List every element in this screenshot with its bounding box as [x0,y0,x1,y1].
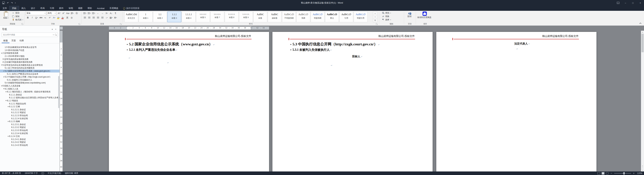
collapse-icon[interactable]: ▼ [7,106,9,108]
vertical-scrollbar[interactable]: ▴ ▴ • ▾ [641,31,644,172]
ribbon-display-options-button[interactable]: ▾ [614,0,622,6]
nav-item[interactable]: 1.5 职业健康安全管理体系认证证书 [0,46,60,49]
collapse-icon[interactable]: ▼ [1,52,2,54]
tab-百度网盘[interactable]: 百度网盘 [107,6,121,11]
format-painter-button[interactable]: 格式刷▾ [12,18,24,22]
nav-item[interactable]: 6.1.2.4.2 驾驶证 [0,141,60,144]
zoom-level[interactable]: 120% [636,172,642,174]
language-indicator[interactable]: 中文(中国大陆) [46,172,63,175]
style-明显引用[interactable]: AaBbCcD明显引用 [354,12,368,22]
text-effects-button[interactable]: A▾ [52,16,56,20]
select-browse-object-icon[interactable]: • [642,167,643,169]
paste-button[interactable]: 粘贴▾ [1,11,10,22]
phonetic-guide-button[interactable]: 拼▾ [70,12,74,15]
subscript-button[interactable]: x₂ [43,16,47,20]
grow-font-button[interactable]: A^ [57,12,61,15]
collapse-icon[interactable]: ▼ [1,85,2,87]
zoom-in-button[interactable]: + [632,172,635,174]
search-options-icon[interactable]: ▾ [53,34,54,36]
sort-button[interactable]: A↓ [109,11,113,15]
nav-item[interactable]: 3 近年完成的类似项目情况表 [0,58,60,61]
nav-item[interactable]: 6.1.2.2.3 劳动合同 [0,114,60,117]
style-标题 9[interactable]: 1.1.1.1.1.标题 9 [239,12,253,22]
paragraph-dialog-launcher-icon[interactable] [120,23,122,25]
gallery-more-button[interactable]: ▾ [373,19,377,22]
nav-item[interactable]: 6.1.2.3.2 驾驶证 [0,126,60,129]
nav-item[interactable]: 6.1.2.4.1 身份证 [0,138,60,141]
nav-item[interactable]: ▼6.1.1 项目负责人（项目经理）拟担任本项目情况 [0,90,60,94]
nav-item[interactable]: 2.1 2024年度审计报告 [0,55,60,58]
line-spacing-button[interactable]: ↕▾ [105,16,109,20]
align-center-button[interactable] [87,16,91,20]
search-input[interactable]: 在文档中搜索 ▾ [2,32,58,37]
word-count[interactable]: 16/44789 个字 [23,172,40,175]
find-button[interactable]: 查找▾ [381,11,392,15]
maximize-button[interactable]: □ [629,0,636,6]
search-icon[interactable] [55,34,56,36]
distribute-button[interactable] [100,16,104,20]
style-标题 5[interactable]: 1.1.1.1.1标题 5 [196,12,210,22]
nav-item[interactable]: 6.1.1.2 道路运输企业主要负责人和安全生产管理人员考核合格证明 [0,96,60,99]
tab-Acrobat[interactable]: Acrobat [94,6,107,11]
underline-button[interactable]: U▾ [34,16,38,20]
heading-5-2-1[interactable]: ▪5.2.1 未列入严重违法失信企业名单↵ [127,48,178,52]
tell-me-search[interactable]: 操作说明搜索 [121,6,142,11]
collapse-ribbon-icon[interactable] [639,22,641,24]
style-明显强调[interactable]: AaBbCcD明显强调 [311,12,324,22]
style-强调[interactable]: AaBbCcD强调 [296,12,310,22]
nav-item[interactable]: ▼6.1 拟投入人员 [0,87,60,90]
web-layout-icon[interactable] [606,172,608,174]
numbering-button[interactable]: ▾ [87,11,91,15]
nav-item[interactable]: ▼5.2 国家企业信用信息公示系统（www.gsxt.gov.cn） [0,70,60,73]
clipboard-dialog-launcher-icon[interactable] [22,23,23,25]
nav-close-icon[interactable]: × [54,28,58,30]
nav-item[interactable]: 6.1.1.1 身份证 [0,94,60,96]
align-left-button[interactable] [83,16,87,20]
gallery-scroll-up-button[interactable]: ▴ [373,12,377,15]
nav-options-icon[interactable]: ▾ [50,28,54,30]
font-dialog-launcher-icon[interactable] [78,23,80,25]
style-不明显强调[interactable]: AaBbCcD不明显强调 [282,12,296,22]
font-color-button[interactable]: A▾ [61,16,65,20]
italic-button[interactable]: I [30,16,34,20]
nav-item[interactable]: 6.1.2.4.3 劳动合同 [0,144,60,147]
select-button[interactable]: 选择▾ [381,18,392,22]
nav-item[interactable]: 4 正在履行和新承接的项目情况表 [0,61,60,64]
tab-审阅[interactable]: 审阅 [66,6,76,11]
style-标题 1[interactable]: 1标题 1 [139,12,152,22]
collapse-icon[interactable]: ▼ [1,64,2,66]
bidder-label[interactable]: 投标人↵ [352,55,362,58]
collapse-icon[interactable]: ▼ [3,70,5,72]
zoom-slider[interactable] [614,173,631,174]
nav-item[interactable]: ▼6 拟投入人员及设备 [0,84,60,88]
style-标题[interactable]: AaBbC标题 [254,12,267,22]
style-标题 8[interactable]: 1.1.1.1.1.标题 8 [225,12,238,22]
collapse-icon[interactable]: ▼ [3,88,5,90]
undo-icon[interactable]: ↶ [7,2,9,4]
read-aloud-button[interactable]: A))) 朗读 [405,11,414,22]
superscript-button[interactable]: x² [48,16,52,20]
increase-indent-button[interactable]: → [100,11,104,15]
nav-item[interactable]: ▼5 近年发生的诉讼及仲裁情况及企业信誉情况 [0,64,60,67]
bullets-button[interactable]: ▾ [83,11,87,15]
shrink-font-button[interactable]: Aˇ [62,12,66,15]
tab-引用[interactable]: 引用 [47,6,57,11]
page-289[interactable]: 鞍山凌烨运输有限公司-投标文件 法定代表人↵ ↵ [436,32,596,172]
nav-item[interactable]: 6.1.2.3.4 社保证明 [0,132,60,135]
collapse-icon[interactable]: ▼ [7,121,9,122]
nav-tab-标题[interactable]: 标题 [2,38,10,43]
h-ruler[interactable]: 2468101214161820222426283032343638404244… [109,27,269,30]
page-287[interactable]: 鞍山凌烨运输有限公司-投标文件 ▪5.2 国家企业信用信息公示系统（www.gs… [109,32,269,172]
copy-button[interactable]: 复制 [12,15,24,18]
previous-page-icon[interactable]: ▴ [642,165,643,166]
nav-item[interactable]: ▼6.1.2 驾驶员 [0,99,60,102]
proofing-status[interactable] [40,172,46,174]
collapse-icon[interactable]: ▼ [7,136,9,137]
nav-item[interactable]: 6.1.2.2.4 社保证明 [0,117,60,120]
legal-representative-label[interactable]: 法定代表人↵ [514,42,530,46]
strikethrough-button[interactable]: abc [39,16,43,20]
nav-item[interactable]: 6.1.2.3.3 劳动合同 [0,129,60,132]
enclose-char-button[interactable]: ◎ [70,16,74,20]
tab-帮助[interactable]: 帮助 [85,6,94,11]
tab-插入[interactable]: 插入 [19,6,28,11]
